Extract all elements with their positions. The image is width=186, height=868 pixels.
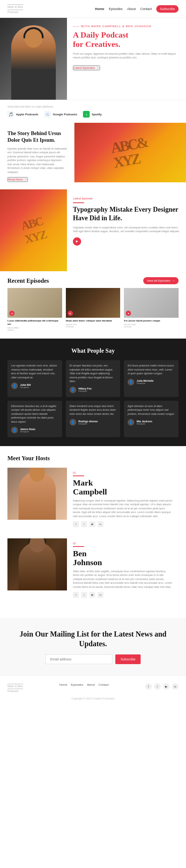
nav-link-episodes[interactable]: Episodes: [109, 7, 122, 11]
host1-twitter-icon[interactable]: t: [81, 521, 87, 527]
episode-title-1: Lacus sollicitudin pellentesque elit sce…: [7, 319, 62, 326]
episode-play-1[interactable]: [9, 311, 15, 316]
testimonial-author-4: 👤 James Dean Designer: [11, 427, 58, 433]
testimonial-card-5: Etiam hendrerit urna neque duis lorem he…: [66, 401, 121, 438]
nav-logo-name: Mark & Ben: [7, 4, 23, 9]
footer-link-contact[interactable]: Contact: [99, 683, 109, 686]
apple-platform-info: Apple Podcasts: [16, 113, 38, 116]
read-more-button[interactable]: Read More: [7, 177, 28, 182]
host1-linkedin-icon[interactable]: in: [97, 521, 103, 527]
episode-card-2: Diam amet donec volutpat amet tincidunt …: [66, 288, 121, 331]
le-decorative: ABCXYZ: [19, 214, 48, 247]
host-image-2: [7, 538, 67, 590]
footer-link-home[interactable]: Home: [60, 683, 67, 686]
author-name-3: Julia Michelle: [137, 379, 154, 382]
footer-youtube-icon[interactable]: ▶: [163, 683, 170, 690]
latest-episode-label: Latest Episode: [73, 197, 180, 200]
avatar-6: 👤: [128, 419, 134, 426]
footer-linkedin-icon[interactable]: in: [172, 683, 179, 690]
testimonial-author-3: 👤 Julia Michelle Designer: [128, 379, 175, 385]
testimonial-text-2: Et semper faucibus est justo, nec vulput…: [70, 364, 117, 384]
author-role-3: Designer: [137, 382, 154, 384]
avatar-1: 👤: [11, 382, 18, 389]
host-content-2: 02 Ben Johnson Vitae vitae, id felis dol…: [67, 538, 179, 602]
platforms-section: Subscribe and listen on major platforms …: [0, 100, 186, 123]
meet-hosts-title: Meet Your Hosts: [7, 455, 179, 462]
author-role-6: Designer: [137, 423, 152, 425]
footer-link-episodes[interactable]: Episodes: [71, 683, 83, 686]
email-input[interactable]: [45, 654, 112, 664]
host1-facebook-icon[interactable]: f: [73, 521, 79, 527]
testimonial-text-3: Est fusce praesent mattis viverra cursus…: [128, 364, 175, 376]
divider: [73, 202, 84, 203]
author-role-4: Designer: [20, 430, 35, 433]
episode-meta-3: Simon Gray Director: [124, 323, 179, 328]
host1-youtube-icon[interactable]: ▶: [89, 521, 95, 527]
host2-youtube-icon[interactable]: ▶: [89, 592, 95, 598]
testimonial-text-5: Etiam hendrerit urna neque duis lorem he…: [70, 404, 117, 416]
mailing-list-title: Join Our Mailing List for the Latest New…: [7, 629, 179, 648]
host-row-2: 02 Ben Johnson Vitae vitae, id felis dol…: [7, 538, 179, 602]
recent-episodes-section: Recent Episodes View All Episodes Lacus …: [0, 271, 186, 339]
episode-play-2[interactable]: [68, 311, 73, 316]
nav-link-contact[interactable]: Contact: [140, 7, 152, 11]
footer: Mark & Ben Podcast Home Episodes About C…: [0, 675, 186, 707]
episode-play-3[interactable]: [126, 311, 131, 316]
footer-social: f t ▶ in: [145, 683, 179, 690]
play-button[interactable]: ▶: [73, 237, 81, 246]
hero-cta-button[interactable]: Latest Episodes: [73, 65, 100, 70]
footer-facebook-icon[interactable]: f: [145, 683, 152, 690]
host2-twitter-icon[interactable]: t: [81, 592, 87, 598]
testimonials-section: What People Say Leo egestas molestie nun…: [0, 339, 186, 446]
recent-episodes-title: Recent Episodes: [7, 278, 49, 284]
host-row-1: 01 Mark Campbell Adipiscing congue vitae…: [7, 468, 179, 531]
host1-head: [29, 468, 45, 482]
platform-spotify[interactable]: ♪ Spotify: [83, 111, 102, 118]
nav-logo: Mark & Ben Podcast: [7, 4, 23, 14]
platform-google[interactable]: G Google Podcasts: [44, 111, 77, 118]
episode-card-3: Est auctor tincid posuere congue Simon G…: [124, 288, 179, 331]
story-decorative-letters: ABC&XYZ: [110, 135, 151, 170]
author-info-5: Rodrigo Alonso Designer: [78, 420, 98, 425]
host-content-1: 01 Mark Campbell Adipiscing congue vitae…: [67, 468, 179, 531]
footer-link-about[interactable]: About: [87, 683, 95, 686]
nav-link-about[interactable]: About: [127, 7, 136, 11]
google-platform-info: Google Podcasts: [53, 113, 77, 116]
mailing-list-subscribe-button[interactable]: Subscribe: [115, 654, 141, 664]
author-info-2: Hillary Fox Designer: [78, 387, 92, 392]
footer-twitter-icon[interactable]: t: [154, 683, 161, 690]
testimonial-text-4: Elementum faucibus dui, a id at sagittis…: [11, 404, 58, 424]
host-name-1: Mark Campbell: [73, 478, 173, 496]
host-bio-2: Vitae vitae, id felis dolor sagittis, co…: [73, 570, 173, 589]
avatar-2: 👤: [70, 387, 76, 393]
apple-name: Apple Podcasts: [16, 113, 38, 116]
host-tag-1: 01: [73, 471, 173, 474]
episode-image-3: [124, 288, 179, 318]
nav-subscribe-button[interactable]: Subscribe: [156, 5, 179, 13]
host2-silhouette: [19, 542, 56, 590]
testimonial-text-1: Leo egestas molestie nunc eros, dictum v…: [11, 364, 58, 379]
host-divider-1: [73, 475, 84, 476]
headphones-icon: [23, 27, 44, 38]
meet-hosts-section: Meet Your Hosts 01 Mark Campbell Adipisc…: [0, 446, 186, 618]
mailing-list-section: Join Our Mailing List for the Latest New…: [0, 618, 186, 675]
author-name-2: Hillary Fox: [78, 387, 92, 390]
story-right: ABC&XYZ: [74, 123, 186, 189]
host2-linkedin-icon[interactable]: in: [97, 592, 103, 598]
person-head: [24, 27, 43, 48]
nav-link-home[interactable]: Home: [95, 7, 104, 11]
testimonial-author-5: 👤 Rodrigo Alonso Designer: [70, 419, 117, 426]
host2-facebook-icon[interactable]: f: [73, 592, 79, 598]
testimonial-card-1: Leo egestas molestie nunc eros, dictum v…: [7, 360, 62, 397]
spotify-platform-info: Spotify: [92, 113, 102, 116]
author-info-4: James Dean Designer: [20, 428, 35, 433]
footer-logo-subtitle: Podcast: [7, 689, 23, 693]
host2-headphones: [28, 538, 46, 543]
author-role-5: Designer: [78, 423, 98, 425]
view-all-episodes-button[interactable]: View All Episodes: [143, 277, 179, 284]
testimonial-author-2: 👤 Hillary Fox Designer: [70, 387, 117, 393]
apple-podcasts-icon: 🎵: [7, 111, 14, 118]
author-info-3: Julia Michelle Designer: [137, 379, 154, 384]
platform-apple[interactable]: 🎵 Apple Podcasts: [7, 111, 38, 118]
testimonials-title: What People Say: [7, 347, 179, 354]
